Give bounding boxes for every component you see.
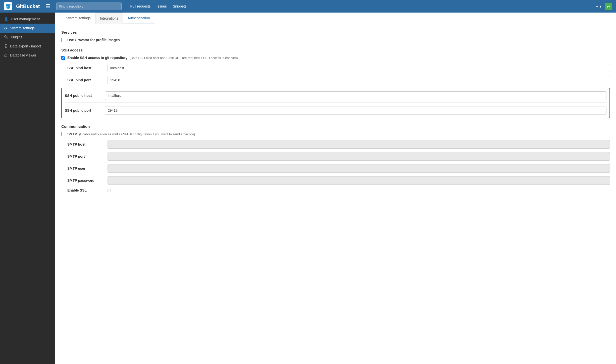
ssh-public-port-group: SSH public port <box>65 106 606 115</box>
brand-name[interactable]: GitBucket <box>16 4 40 9</box>
ssh-public-host-label: SSH public host <box>65 94 105 98</box>
ssh-public-host-input[interactable] <box>105 91 606 100</box>
issues-link[interactable]: Issues <box>154 3 169 10</box>
pull-requests-link[interactable]: Pull requests <box>128 3 153 10</box>
user-icon: 👤 <box>4 17 8 21</box>
ssh-enable-checkbox[interactable] <box>61 56 65 60</box>
navbar-links: Pull requests Issues Snippets <box>128 3 189 10</box>
sidebar-item-label: Database viewer <box>10 53 36 57</box>
ssh-bind-host-input[interactable] <box>108 64 610 72</box>
smtp-label: SMTP <box>67 132 77 136</box>
sidebar-item-plugins[interactable]: 🔌 Plugins <box>0 33 55 42</box>
communication-title: Communication <box>61 124 610 129</box>
ssh-enable-hint: (Both SSH bind host and Base URL are req… <box>130 56 238 60</box>
smtp-password-input[interactable] <box>108 176 610 185</box>
main-content: System settings Integrations Authenticat… <box>55 13 616 364</box>
smtp-password-label: SMTP password <box>67 178 108 183</box>
smtp-host-label: SMTP host <box>67 142 108 146</box>
avatar[interactable]: r ▾ <box>605 3 612 10</box>
brand-icon: 🪣 <box>4 2 12 10</box>
ssh-bind-port-input[interactable] <box>108 76 610 84</box>
sidebar: 👤 User management ⚙ System settings 🔌 Pl… <box>0 13 55 364</box>
services-title: Services <box>61 30 610 34</box>
smtp-user-label: SMTP user <box>67 166 108 170</box>
communication-section: Communication SMTP (Enable notification … <box>61 124 610 192</box>
tab-system-settings[interactable]: System settings <box>61 13 95 24</box>
ssh-public-port-input[interactable] <box>105 106 606 115</box>
navbar-right: + ▾ r ▾ <box>594 3 612 10</box>
gear-icon: ⚙ <box>4 26 7 30</box>
ssh-bind-host-label: SSH bind host <box>67 66 108 70</box>
ssh-bind-port-label: SSH bind port <box>67 78 108 82</box>
form-content: Services Use Gravatar for profile images… <box>55 30 616 208</box>
database-icon: 🗄 <box>4 44 8 48</box>
page-layout: 👤 User management ⚙ System settings 🔌 Pl… <box>0 13 616 364</box>
smtp-host-input[interactable] <box>108 140 610 149</box>
ssh-enable-row: Enable SSH access to git repository (Bot… <box>61 56 610 60</box>
ssh-public-highlight-box: SSH public host SSH public port <box>61 88 610 118</box>
smtp-host-group: SMTP host <box>61 140 610 149</box>
sidebar-item-label: Data export / import <box>10 44 41 48</box>
ssh-bind-port-group: SSH bind port <box>61 76 610 84</box>
smtp-row: SMTP (Enable notification as well as SMT… <box>61 132 610 136</box>
ssh-enable-label: Enable SSH access to git repository <box>67 56 128 60</box>
plus-button[interactable]: + ▾ <box>594 3 603 10</box>
ssh-public-port-label: SSH public port <box>65 108 105 112</box>
enable-ssl-label: Enable SSL <box>67 188 108 192</box>
smtp-checkbox[interactable] <box>61 132 65 136</box>
sidebar-item-database-viewer[interactable]: 🗃 Database viewer <box>0 51 55 60</box>
ssh-access-title: SSH access <box>61 48 610 52</box>
smtp-password-group: SMTP password <box>61 176 610 185</box>
ssh-access-section: SSH access Enable SSH access to git repo… <box>61 48 610 118</box>
ssh-bind-host-group: SSH bind host <box>61 64 610 72</box>
enable-ssl-group: Enable SSL <box>61 188 610 192</box>
smtp-user-input[interactable] <box>108 164 610 173</box>
sidebar-item-data-export-import[interactable]: 🗄 Data export / import <box>0 42 55 51</box>
enable-ssl-checkbox[interactable] <box>108 189 111 192</box>
gravatar-label[interactable]: Use Gravatar for profile images <box>67 38 120 42</box>
snippets-link[interactable]: Snippets <box>170 3 189 10</box>
ssh-public-host-group: SSH public host <box>65 91 606 100</box>
avatar-dropdown-icon: ▾ <box>608 5 610 8</box>
gravatar-row: Use Gravatar for profile images <box>61 38 610 42</box>
services-section: Services Use Gravatar for profile images <box>61 30 610 42</box>
tab-authentication[interactable]: Authentication <box>123 13 155 24</box>
tabs: System settings Integrations Authenticat… <box>55 13 616 24</box>
table-icon: 🗃 <box>4 53 8 57</box>
smtp-port-label: SMTP port <box>67 154 108 158</box>
tab-integrations[interactable]: Integrations <box>95 13 123 24</box>
plugin-icon: 🔌 <box>4 35 8 39</box>
gravatar-checkbox[interactable] <box>61 38 65 42</box>
sidebar-item-user-management[interactable]: 👤 User management <box>0 15 55 24</box>
navbar-toggle[interactable]: ☰ <box>44 2 52 10</box>
navbar: 🪣 GitBucket ☰ Pull requests Issues Snipp… <box>0 0 616 13</box>
smtp-port-input[interactable] <box>108 152 610 161</box>
smtp-port-group: SMTP port <box>61 152 610 161</box>
divider <box>65 102 606 103</box>
smtp-user-group: SMTP user <box>61 164 610 173</box>
sidebar-item-label: System settings <box>10 26 35 30</box>
sidebar-item-label: Plugins <box>11 35 22 39</box>
search-input[interactable] <box>56 3 122 10</box>
sidebar-item-system-settings[interactable]: ⚙ System settings <box>0 24 55 33</box>
smtp-hint: (Enable notification as well as SMTP con… <box>79 132 195 136</box>
sidebar-item-label: User management <box>11 17 40 21</box>
